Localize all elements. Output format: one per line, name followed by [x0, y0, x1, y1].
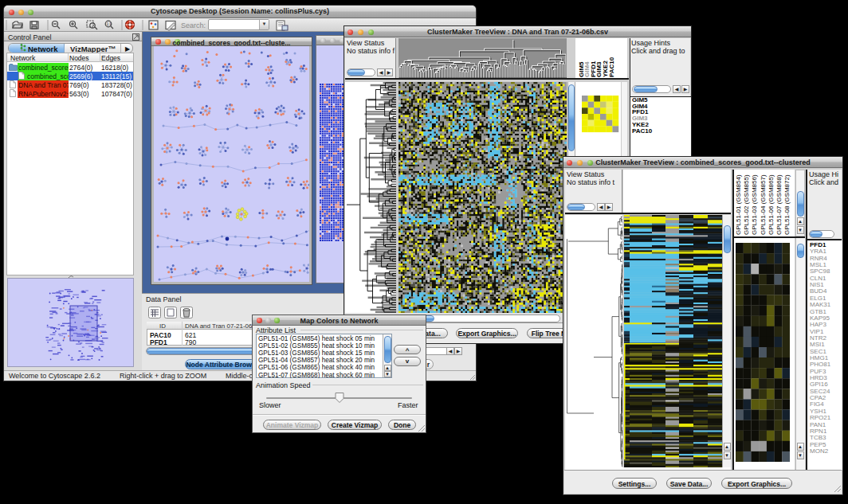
svg-text:1:1: 1:1	[107, 22, 112, 26]
svg-text:PAC10: PAC10	[608, 57, 615, 77]
svg-text:GPL51-03 (GSM856): GPL51-03 (GSM856)	[751, 174, 758, 235]
svg-text:GPL51-06 (GSM865): GPL51-06 (GSM865)	[768, 174, 775, 235]
svg-text:MON2: MON2	[810, 447, 829, 455]
svg-text:GPL51-04 (GSM857): GPL51-04 (GSM857)	[760, 174, 767, 235]
svg-text:GPL51-08 (GSM872): GPL51-08 (GSM872)	[783, 174, 791, 235]
svg-text:GPL51-07 (GSM868): GPL51-07 (GSM868)	[775, 174, 783, 235]
svg-text:GPL51-02 (GSM855): GPL51-02 (GSM855)	[743, 174, 750, 235]
svg-text:GPL51-01 (GSM854): GPL51-01 (GSM854)	[735, 174, 742, 235]
